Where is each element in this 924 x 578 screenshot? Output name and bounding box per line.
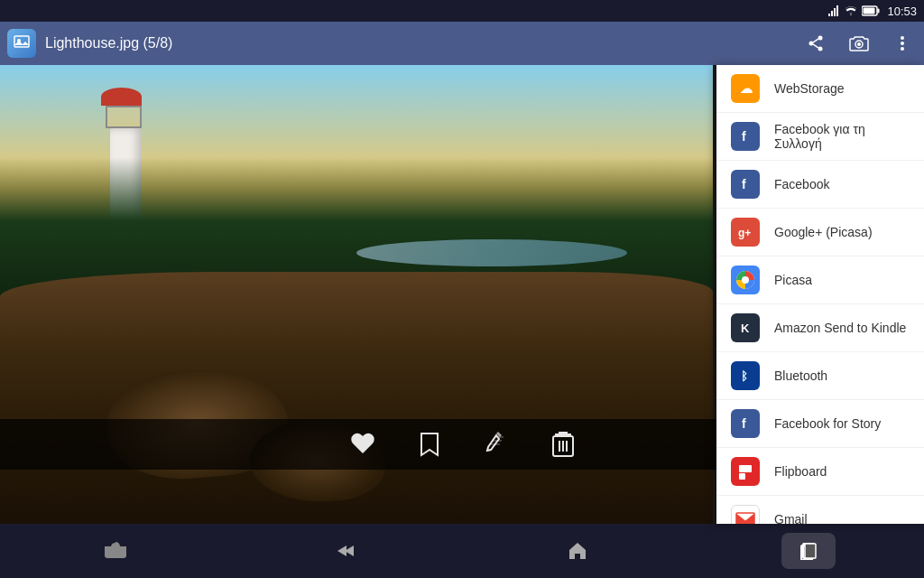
share-item-googleplus[interactable]: g+ Google+ (Picasa) <box>716 209 924 256</box>
wifi-icon <box>844 5 858 17</box>
share-label-webstorage: WebStorage <box>774 81 845 96</box>
svg-point-6 <box>809 42 814 46</box>
svg-point-7 <box>818 47 823 51</box>
share-item-picasa[interactable]: Picasa <box>716 256 924 304</box>
share-icon-flipboard <box>731 457 760 486</box>
share-label-bluetooth: Bluetooth <box>774 368 827 383</box>
bookmark-button[interactable] <box>419 432 440 457</box>
svg-line-9 <box>813 44 818 48</box>
svg-point-5 <box>818 36 823 41</box>
share-button[interactable] <box>801 29 830 58</box>
share-label-kindle: Amazon Send to Kindle <box>774 321 906 335</box>
status-bar: 10:53 <box>0 0 924 22</box>
share-item-kindle[interactable]: K Amazon Send to Kindle <box>716 304 924 352</box>
svg-text:K: K <box>741 322 750 335</box>
svg-rect-36 <box>739 465 752 472</box>
signal-icon <box>827 5 840 17</box>
share-icon-kindle: K <box>731 313 760 342</box>
camera-button[interactable] <box>845 29 873 58</box>
svg-point-12 <box>901 36 904 40</box>
edit-button[interactable] <box>484 432 509 457</box>
svg-text:☁: ☁ <box>740 81 753 96</box>
svg-rect-37 <box>739 473 745 480</box>
share-icon-googleplus: g+ <box>731 218 760 247</box>
share-icon-picasa <box>731 266 760 294</box>
battery-icon <box>862 5 880 16</box>
share-icon-fbcollection: f <box>731 122 760 151</box>
svg-rect-2 <box>864 8 875 14</box>
nav-bar <box>0 524 924 578</box>
svg-text:ᛒ: ᛒ <box>741 369 748 383</box>
share-item-fbstory[interactable]: f Facebook for Story <box>716 400 924 448</box>
time-display: 10:53 <box>887 5 917 18</box>
svg-point-13 <box>901 42 904 45</box>
more-button[interactable] <box>888 29 917 58</box>
share-item-fbcollection[interactable]: f Facebook για τη Συλλογή <box>716 113 924 161</box>
share-label-picasa: Picasa <box>774 273 812 287</box>
home-nav-button[interactable] <box>550 533 605 569</box>
share-icon-webstorage: ☁ <box>731 74 760 103</box>
share-item-bluetooth[interactable]: ᛒ Bluetooth <box>716 352 924 400</box>
svg-point-14 <box>901 47 904 51</box>
share-item-gmail[interactable]: Gmail <box>716 496 924 524</box>
share-icon-fbstory: f <box>731 409 760 438</box>
menu-nav-button[interactable] <box>88 533 143 569</box>
share-item-webstorage[interactable]: ☁ WebStorage <box>716 65 924 113</box>
share-label-fbstory: Facebook for Story <box>774 416 881 431</box>
share-label-googleplus: Google+ (Picasa) <box>774 225 873 239</box>
svg-point-11 <box>857 42 861 46</box>
share-icon-facebook: f <box>731 170 760 199</box>
svg-line-8 <box>813 39 818 42</box>
svg-rect-53 <box>805 544 816 558</box>
svg-text:g+: g+ <box>738 227 751 239</box>
delete-button[interactable] <box>552 432 574 457</box>
svg-point-28 <box>742 276 749 284</box>
share-icon-gmail <box>731 505 760 524</box>
svg-rect-1 <box>878 9 880 14</box>
share-label-gmail: Gmail <box>774 512 808 524</box>
status-icons: 10:53 <box>827 5 917 18</box>
svg-text:f: f <box>742 177 746 191</box>
app-icon <box>7 29 36 58</box>
svg-text:f: f <box>742 416 746 431</box>
svg-rect-3 <box>14 36 29 47</box>
share-item-facebook[interactable]: f Facebook <box>716 161 924 209</box>
share-item-flipboard[interactable]: Flipboard <box>716 448 924 496</box>
share-icon-bluetooth: ᛒ <box>731 361 760 390</box>
page-title: Lighthouse.jpg (5/8) <box>45 35 801 51</box>
share-label-facebook: Facebook <box>774 177 829 191</box>
share-menu: ☁ WebStorage f Facebook για τη Συλλογή f… <box>716 65 924 524</box>
share-label-fbcollection: Facebook για τη Συλλογή <box>774 122 910 151</box>
favorite-button[interactable] <box>350 433 375 456</box>
back-nav-button[interactable] <box>319 533 374 569</box>
toolbar: Lighthouse.jpg (5/8) <box>0 22 924 65</box>
share-label-flipboard: Flipboard <box>774 464 827 479</box>
svg-text:f: f <box>742 129 746 144</box>
toolbar-actions <box>801 29 917 58</box>
recents-nav-button[interactable] <box>781 533 836 569</box>
